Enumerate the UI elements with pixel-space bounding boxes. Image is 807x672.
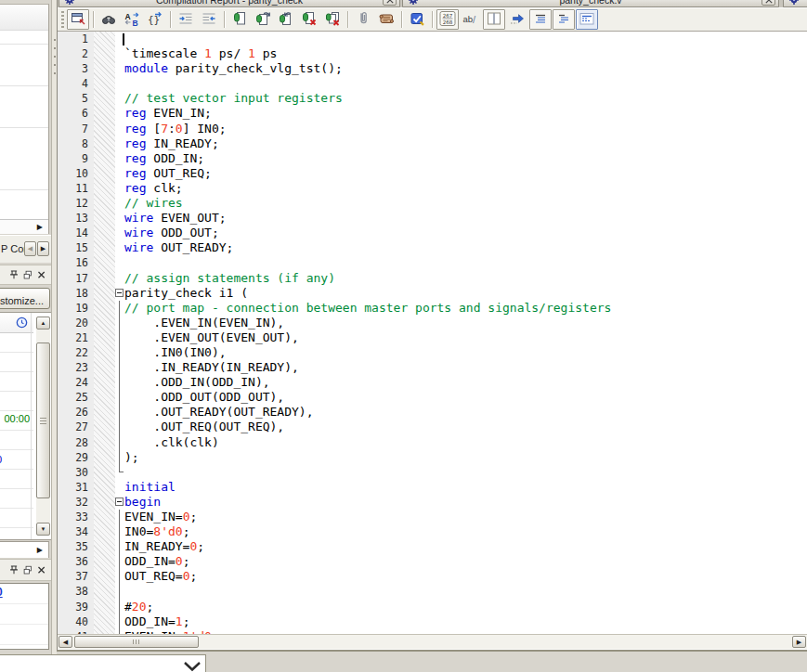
chevron-down-icon[interactable] xyxy=(182,659,202,672)
code-line[interactable]: 16 xyxy=(58,255,807,270)
line-number[interactable]: 3 xyxy=(58,61,94,76)
close-window-button[interactable] xyxy=(761,0,775,6)
code-line[interactable]: 39#20; xyxy=(58,600,807,614)
attach-button[interactable] xyxy=(352,9,374,30)
code-line[interactable]: 32begin xyxy=(58,495,807,510)
line-number[interactable]: 14 xyxy=(58,226,94,240)
fold-toggle-icon[interactable] xyxy=(115,498,124,506)
line-number[interactable]: 21 xyxy=(58,330,94,345)
editor-horizontal-scrollbar[interactable]: ◀ ▶ xyxy=(58,634,807,649)
line-number[interactable]: 20 xyxy=(58,316,94,330)
line-number[interactable]: 39 xyxy=(58,600,94,614)
line-number[interactable]: 27 xyxy=(58,420,94,434)
line-number[interactable]: 8 xyxy=(58,136,94,151)
code-line[interactable]: 18parity_check i1 ( xyxy=(58,286,807,301)
code-line[interactable]: 25 .ODD_OUT(ODD_OUT), xyxy=(58,390,807,405)
code-editor-area[interactable]: 12`timescale 1 ps/ 1 ps3module parity_ch… xyxy=(58,32,807,634)
code-line[interactable]: 40ODD_IN=1; xyxy=(58,614,807,629)
outline-view-1-button[interactable] xyxy=(529,9,552,30)
code-line[interactable]: 24 .ODD_IN(ODD_IN), xyxy=(58,375,807,390)
line-number[interactable]: 36 xyxy=(58,554,94,569)
line-number[interactable]: 6 xyxy=(58,106,94,121)
scroll-right-icon[interactable]: ▶ xyxy=(37,224,43,231)
code-line[interactable]: 7reg [7:0] IN0; xyxy=(58,122,807,136)
increase-indent-button[interactable] xyxy=(175,9,197,30)
code-line[interactable]: 6reg EVEN_IN; xyxy=(58,106,807,121)
delete-bookmark-button[interactable] xyxy=(298,9,320,30)
time-column-header[interactable] xyxy=(0,313,33,333)
line-number[interactable]: 28 xyxy=(58,435,94,450)
toggle-word-wrap-button[interactable]: ab/ xyxy=(460,9,482,30)
line-number[interactable]: 4 xyxy=(58,76,94,91)
line-number[interactable]: 24 xyxy=(58,375,94,390)
toolbar-grip-icon[interactable] xyxy=(61,11,64,28)
code-line[interactable]: 27 .OUT_REQ(OUT_REQ), xyxy=(58,420,807,434)
line-number[interactable]: 2 xyxy=(58,46,94,61)
line-number[interactable]: 1 xyxy=(58,32,94,46)
code-line[interactable]: 8reg IN_READY; xyxy=(58,136,807,151)
code-line[interactable]: 9reg ODD_IN; xyxy=(58,151,807,166)
find-button[interactable] xyxy=(98,9,120,30)
scroll-right-button[interactable]: ▶ xyxy=(792,636,806,648)
code-line[interactable]: 33EVEN_IN=0; xyxy=(58,510,807,524)
toggle-bookmark-button[interactable] xyxy=(228,9,251,30)
code-line[interactable]: 2`timescale 1 ps/ 1 ps xyxy=(58,46,807,61)
code-line[interactable]: 20 .EVEN_IN(EVEN_IN), xyxy=(58,316,807,330)
line-number[interactable]: 37 xyxy=(58,569,94,584)
line-number[interactable]: 19 xyxy=(58,301,94,316)
code-line[interactable]: 31initial xyxy=(58,480,807,495)
code-line[interactable]: 36ODD_IN=0; xyxy=(58,554,807,569)
code-line[interactable]: 5// test vector input registers xyxy=(58,91,807,106)
customize-button[interactable]: stomize... xyxy=(0,288,50,309)
line-number[interactable]: 5 xyxy=(58,91,94,106)
line-number[interactable]: 31 xyxy=(58,480,94,495)
code-line[interactable]: 10reg OUT_REQ; xyxy=(58,166,807,181)
scrollbar-thumb[interactable] xyxy=(36,342,50,498)
parity-check-titlebar[interactable]: parity_check.v xyxy=(402,0,779,7)
line-number[interactable]: 34 xyxy=(58,524,94,539)
tasks-vertical-scrollbar[interactable]: ▲ ▼ xyxy=(36,317,50,536)
tab-scroll-right-button[interactable]: ▶ xyxy=(37,241,49,256)
line-number[interactable]: 9 xyxy=(58,151,94,166)
code-line[interactable]: 21 .EVEN_OUT(EVEN_OUT), xyxy=(58,330,807,345)
line-number[interactable]: 10 xyxy=(58,166,94,181)
line-number[interactable]: 7 xyxy=(58,122,94,136)
outline-view-2-button[interactable] xyxy=(553,9,575,30)
code-line[interactable]: 22 .IN0(IN0), xyxy=(58,345,807,360)
close-icon[interactable] xyxy=(35,563,48,577)
pin-icon[interactable] xyxy=(7,268,20,282)
scroll-left-button[interactable]: ◀ xyxy=(59,636,72,648)
code-line[interactable]: 12// wires xyxy=(58,196,807,211)
line-number[interactable]: 26 xyxy=(58,405,94,420)
code-line[interactable]: 15wire OUT_READY; xyxy=(58,240,807,255)
open-in-new-window-button[interactable] xyxy=(67,9,89,30)
line-number[interactable]: 13 xyxy=(58,211,94,226)
line-number[interactable]: 38 xyxy=(58,584,94,599)
code-line[interactable]: 14wire ODD_OUT; xyxy=(58,226,807,240)
outline-view-3-button[interactable] xyxy=(576,9,598,30)
code-line[interactable]: 19// port map - connection between maste… xyxy=(58,301,807,316)
restore-icon[interactable] xyxy=(21,268,34,282)
line-number[interactable]: 40 xyxy=(58,614,94,629)
tab-scroll-left-button[interactable]: ◀ xyxy=(24,241,36,256)
line-number[interactable]: 17 xyxy=(58,271,94,286)
toggle-line-numbers-button[interactable]: 267268 xyxy=(436,9,459,30)
line-number[interactable]: 11 xyxy=(58,181,94,196)
split-window-button[interactable] xyxy=(483,9,505,30)
code-line[interactable]: 26 .OUT_READY(OUT_READY), xyxy=(58,405,807,420)
close-window-button[interactable] xyxy=(383,0,397,6)
code-line[interactable]: 13wire EVEN_OUT; xyxy=(58,211,807,226)
code-line[interactable]: 35IN_READY=0; xyxy=(58,539,807,554)
replace-button[interactable]: AB xyxy=(121,9,143,30)
compilation-report-titlebar[interactable]: Compilation Report - parity_check xyxy=(59,0,400,7)
message-link-fragment[interactable]: 0 xyxy=(0,586,3,599)
line-number[interactable]: 12 xyxy=(58,196,94,211)
code-line[interactable]: 3module parity_check_vlg_tst(); xyxy=(58,61,807,76)
next-bookmark-button[interactable] xyxy=(252,9,274,30)
code-line[interactable]: 1 xyxy=(58,32,807,46)
delete-all-bookmarks-button[interactable] xyxy=(321,9,344,30)
line-number[interactable]: 18 xyxy=(58,286,94,301)
line-number[interactable]: 16 xyxy=(58,255,94,270)
fold-toggle-icon[interactable] xyxy=(115,289,124,297)
code-line[interactable]: 4 xyxy=(58,76,807,91)
